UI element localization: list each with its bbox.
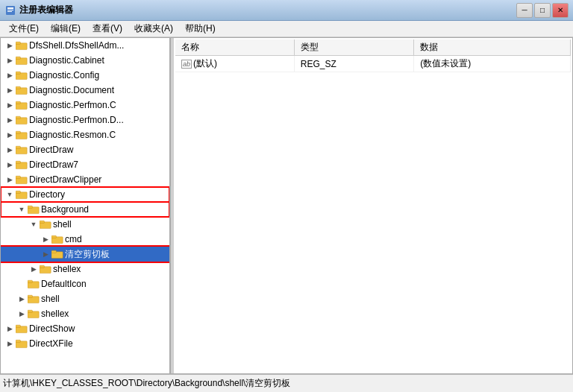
title-text: 注册表编辑器 bbox=[19, 4, 516, 16]
svg-rect-1 bbox=[7, 7, 13, 9]
folder-icon-cmd bbox=[51, 234, 63, 244]
folder-icon-diag-cabinet bbox=[16, 55, 28, 66]
tree-item-dfsshell[interactable]: ▶ DfsShell.DfsShellAdm... bbox=[1, 38, 169, 53]
folder-icon-diag-document bbox=[16, 85, 28, 95]
tree-item-shellex2[interactable]: ▶ shellex bbox=[1, 306, 169, 321]
expand-icon-diag-cabinet[interactable]: ▶ bbox=[4, 54, 16, 66]
expand-icon-diag-resmon-c[interactable]: ▶ bbox=[4, 129, 16, 141]
folder-icon-dfsshell bbox=[16, 40, 28, 51]
tree-item-shell2[interactable]: ▶ shell bbox=[1, 291, 169, 306]
expand-icon-directdraw[interactable]: ▶ bbox=[4, 144, 16, 156]
svg-rect-41 bbox=[28, 310, 32, 312]
svg-rect-9 bbox=[16, 72, 20, 74]
folder-icon-shellex2 bbox=[28, 309, 40, 319]
expand-icon-shellex-sub[interactable]: ▶ bbox=[28, 263, 40, 275]
tree-item-diag-document[interactable]: ▶ Diagnostic.Document bbox=[1, 83, 169, 98]
tree-item-defaulticon[interactable]: DefaultIcon bbox=[1, 276, 169, 291]
svg-rect-35 bbox=[40, 265, 44, 268]
tree-item-directdraw7[interactable]: ▶ DirectDraw7 bbox=[1, 157, 169, 172]
expand-icon-diag-config[interactable]: ▶ bbox=[4, 69, 16, 81]
folder-icon-diag-perfmon-c bbox=[16, 100, 28, 110]
svg-rect-27 bbox=[28, 206, 32, 208]
svg-rect-7 bbox=[16, 57, 20, 59]
tree-item-qingkong[interactable]: ▶ 清空剪切板 bbox=[1, 247, 169, 262]
folder-icon-shell bbox=[40, 219, 51, 230]
folder-icon-diag-perfmon-d bbox=[16, 115, 28, 125]
restore-button[interactable]: □ bbox=[534, 3, 551, 18]
tree-item-directshow[interactable]: ▶ DirectShow bbox=[1, 321, 169, 336]
tree-item-diag-cabinet[interactable]: ▶ Diagnostic.Cabinet bbox=[1, 53, 169, 68]
close-button[interactable]: ✕ bbox=[552, 3, 569, 18]
folder-icon-directxfile bbox=[16, 338, 28, 349]
window-controls: ─ □ ✕ bbox=[516, 3, 569, 18]
expand-icon-directxfile[interactable]: ▶ bbox=[4, 338, 16, 350]
tree-label-diag-resmon-c: Diagnostic.Resmon.C bbox=[29, 130, 116, 140]
tree-item-diag-perfmon-c[interactable]: ▶ Diagnostic.Perfmon.C bbox=[1, 98, 169, 113]
tree-item-diag-resmon-c[interactable]: ▶ Diagnostic.Resmon.C bbox=[1, 127, 169, 142]
cell-data: (数值未设置) bbox=[414, 56, 571, 72]
tree-item-directdrawclipper[interactable]: ▶ DirectDrawClipper bbox=[1, 172, 169, 187]
expand-icon-directory[interactable]: ▼ bbox=[4, 189, 16, 200]
folder-icon-shellex-sub bbox=[40, 264, 51, 274]
tree-label-shellex2: shellex bbox=[41, 309, 69, 319]
expand-icon-background[interactable]: ▼ bbox=[16, 203, 28, 215]
expand-icon-directdraw7[interactable]: ▶ bbox=[4, 159, 16, 171]
tree-label-cmd: cmd bbox=[65, 234, 82, 244]
col-type[interactable]: 类型 bbox=[294, 39, 413, 56]
expand-icon-shell[interactable]: ▼ bbox=[28, 218, 40, 230]
main-area: ▶ DfsShell.DfsShellAdm...▶ Diagnostic.Ca… bbox=[0, 37, 573, 374]
expand-icon-diag-perfmon-c[interactable]: ▶ bbox=[4, 99, 16, 111]
tree-item-diag-config[interactable]: ▶ Diagnostic.Config bbox=[1, 68, 169, 83]
tree-label-directshow: DirectShow bbox=[29, 323, 75, 334]
menu-file[interactable]: 文件(E) bbox=[3, 21, 45, 37]
col-name[interactable]: 名称 bbox=[175, 39, 294, 56]
svg-rect-39 bbox=[28, 295, 32, 297]
expand-icon-defaulticon[interactable] bbox=[16, 278, 28, 290]
tree-item-shellex-sub[interactable]: ▶ shellex bbox=[1, 262, 169, 276]
svg-rect-25 bbox=[16, 191, 20, 193]
expand-icon-shell2[interactable]: ▶ bbox=[16, 293, 28, 305]
menu-edit[interactable]: 编辑(E) bbox=[45, 21, 87, 37]
tree-label-directdraw7: DirectDraw7 bbox=[29, 159, 78, 170]
tree-item-directdraw[interactable]: ▶ DirectDraw bbox=[1, 142, 169, 157]
tree-panel[interactable]: ▶ DfsShell.DfsShellAdm...▶ Diagnostic.Ca… bbox=[1, 38, 171, 373]
col-data[interactable]: 数据 bbox=[414, 39, 571, 56]
tree-label-directxfile: DirectXFile bbox=[29, 338, 73, 349]
table-row[interactable]: ab(默认)REG_SZ(数值未设置) bbox=[175, 56, 571, 72]
tree-item-directory[interactable]: ▼ Directory bbox=[1, 187, 169, 202]
expand-icon-directdrawclipper[interactable]: ▶ bbox=[4, 174, 16, 186]
expand-icon-diag-document[interactable]: ▶ bbox=[4, 84, 16, 96]
minimize-button[interactable]: ─ bbox=[516, 3, 533, 18]
folder-icon-diag-resmon-c bbox=[16, 130, 28, 140]
folder-icon-directdrawclipper bbox=[16, 174, 28, 185]
expand-icon-dfsshell[interactable]: ▶ bbox=[4, 39, 16, 51]
folder-icon-shell2 bbox=[28, 294, 40, 304]
expand-icon-shellex2[interactable]: ▶ bbox=[16, 308, 28, 320]
app-icon bbox=[4, 4, 16, 16]
expand-icon-diag-perfmon-d[interactable]: ▶ bbox=[4, 114, 16, 126]
menu-view[interactable]: 查看(V) bbox=[87, 21, 128, 37]
expand-icon-qingkong[interactable]: ▶ bbox=[40, 248, 51, 260]
expand-icon-directshow[interactable]: ▶ bbox=[4, 323, 16, 335]
tree-item-shell[interactable]: ▼ shell bbox=[1, 217, 169, 232]
cell-type: REG_SZ bbox=[294, 56, 413, 72]
tree-item-cmd[interactable]: ▶ cmd bbox=[1, 232, 169, 247]
svg-rect-33 bbox=[51, 250, 56, 253]
tree-item-directxfile[interactable]: ▶ DirectXFile bbox=[1, 336, 169, 351]
tree-item-diag-perfmon-d[interactable]: ▶ Diagnostic.Perfmon.D... bbox=[1, 113, 169, 127]
tree-label-qingkong: 清空剪切板 bbox=[65, 248, 110, 261]
folder-icon-background bbox=[28, 204, 40, 215]
cell-name: ab(默认) bbox=[175, 56, 294, 72]
tree-label-directdrawclipper: DirectDrawClipper bbox=[29, 174, 101, 185]
menu-favorites[interactable]: 收藏夹(A) bbox=[128, 21, 179, 37]
menu-help[interactable]: 帮助(H) bbox=[179, 21, 222, 37]
tree-label-directdraw: DirectDraw bbox=[29, 145, 73, 155]
svg-rect-2 bbox=[7, 10, 13, 10]
expand-icon-cmd[interactable]: ▶ bbox=[40, 233, 51, 245]
svg-rect-11 bbox=[16, 86, 20, 89]
svg-rect-45 bbox=[16, 340, 20, 342]
tree-item-background[interactable]: ▼ Background bbox=[1, 202, 169, 217]
svg-rect-15 bbox=[16, 116, 20, 118]
registry-values-table: 名称 类型 数据 ab(默认)REG_SZ(数值未设置) bbox=[175, 39, 571, 72]
menu-bar: 文件(E) 编辑(E) 查看(V) 收藏夹(A) 帮助(H) bbox=[0, 21, 573, 37]
